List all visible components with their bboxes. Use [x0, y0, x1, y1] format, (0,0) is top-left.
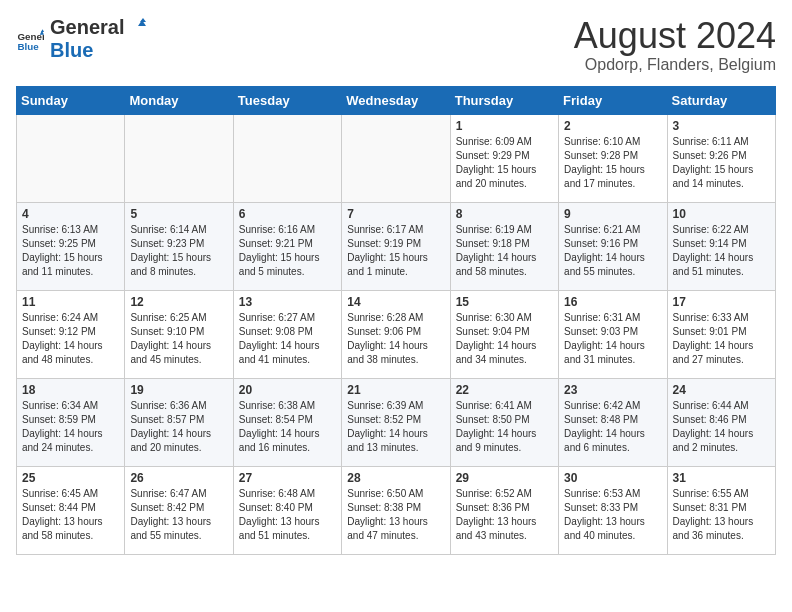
cell-content: Sunrise: 6:14 AM Sunset: 9:23 PM Dayligh…: [130, 223, 227, 279]
day-number: 28: [347, 471, 444, 485]
day-number: 1: [456, 119, 553, 133]
month-year-title: August 2024: [574, 16, 776, 56]
day-number: 22: [456, 383, 553, 397]
calendar-cell: 30Sunrise: 6:53 AM Sunset: 8:33 PM Dayli…: [559, 466, 667, 554]
cell-content: Sunrise: 6:33 AM Sunset: 9:01 PM Dayligh…: [673, 311, 770, 367]
day-number: 18: [22, 383, 119, 397]
cell-content: Sunrise: 6:13 AM Sunset: 9:25 PM Dayligh…: [22, 223, 119, 279]
location-subtitle: Opdorp, Flanders, Belgium: [574, 56, 776, 74]
day-number: 3: [673, 119, 770, 133]
day-number: 31: [673, 471, 770, 485]
day-number: 17: [673, 295, 770, 309]
cell-content: Sunrise: 6:34 AM Sunset: 8:59 PM Dayligh…: [22, 399, 119, 455]
calendar-cell: 19Sunrise: 6:36 AM Sunset: 8:57 PM Dayli…: [125, 378, 233, 466]
calendar-cell: 2Sunrise: 6:10 AM Sunset: 9:28 PM Daylig…: [559, 114, 667, 202]
cell-content: Sunrise: 6:48 AM Sunset: 8:40 PM Dayligh…: [239, 487, 336, 543]
cell-content: Sunrise: 6:09 AM Sunset: 9:29 PM Dayligh…: [456, 135, 553, 191]
title-block: August 2024 Opdorp, Flanders, Belgium: [574, 16, 776, 74]
calendar-cell: 26Sunrise: 6:47 AM Sunset: 8:42 PM Dayli…: [125, 466, 233, 554]
cell-content: Sunrise: 6:47 AM Sunset: 8:42 PM Dayligh…: [130, 487, 227, 543]
cell-content: Sunrise: 6:17 AM Sunset: 9:19 PM Dayligh…: [347, 223, 444, 279]
calendar-cell: 13Sunrise: 6:27 AM Sunset: 9:08 PM Dayli…: [233, 290, 341, 378]
page-header: General Blue General Blue August 2024 Op…: [16, 16, 776, 74]
header-day-monday: Monday: [125, 86, 233, 114]
logo: General Blue General Blue: [16, 16, 146, 62]
logo-bird-icon: [126, 18, 146, 38]
cell-content: Sunrise: 6:53 AM Sunset: 8:33 PM Dayligh…: [564, 487, 661, 543]
header-day-friday: Friday: [559, 86, 667, 114]
cell-content: Sunrise: 6:27 AM Sunset: 9:08 PM Dayligh…: [239, 311, 336, 367]
cell-content: Sunrise: 6:39 AM Sunset: 8:52 PM Dayligh…: [347, 399, 444, 455]
day-number: 13: [239, 295, 336, 309]
week-row-5: 25Sunrise: 6:45 AM Sunset: 8:44 PM Dayli…: [17, 466, 776, 554]
calendar-cell: 4Sunrise: 6:13 AM Sunset: 9:25 PM Daylig…: [17, 202, 125, 290]
day-number: 14: [347, 295, 444, 309]
calendar-cell: 10Sunrise: 6:22 AM Sunset: 9:14 PM Dayli…: [667, 202, 775, 290]
logo-icon: General Blue: [16, 25, 44, 53]
day-number: 7: [347, 207, 444, 221]
day-number: 2: [564, 119, 661, 133]
calendar-cell: 11Sunrise: 6:24 AM Sunset: 9:12 PM Dayli…: [17, 290, 125, 378]
header-day-wednesday: Wednesday: [342, 86, 450, 114]
calendar-cell: 27Sunrise: 6:48 AM Sunset: 8:40 PM Dayli…: [233, 466, 341, 554]
day-number: 30: [564, 471, 661, 485]
calendar-cell: 22Sunrise: 6:41 AM Sunset: 8:50 PM Dayli…: [450, 378, 558, 466]
calendar-cell: 14Sunrise: 6:28 AM Sunset: 9:06 PM Dayli…: [342, 290, 450, 378]
day-number: 27: [239, 471, 336, 485]
week-row-4: 18Sunrise: 6:34 AM Sunset: 8:59 PM Dayli…: [17, 378, 776, 466]
header-day-tuesday: Tuesday: [233, 86, 341, 114]
day-number: 16: [564, 295, 661, 309]
cell-content: Sunrise: 6:22 AM Sunset: 9:14 PM Dayligh…: [673, 223, 770, 279]
calendar-cell: 24Sunrise: 6:44 AM Sunset: 8:46 PM Dayli…: [667, 378, 775, 466]
cell-content: Sunrise: 6:50 AM Sunset: 8:38 PM Dayligh…: [347, 487, 444, 543]
day-number: 15: [456, 295, 553, 309]
svg-marker-4: [140, 18, 146, 22]
week-row-2: 4Sunrise: 6:13 AM Sunset: 9:25 PM Daylig…: [17, 202, 776, 290]
calendar-cell: 1Sunrise: 6:09 AM Sunset: 9:29 PM Daylig…: [450, 114, 558, 202]
cell-content: Sunrise: 6:30 AM Sunset: 9:04 PM Dayligh…: [456, 311, 553, 367]
logo-general: General: [50, 16, 124, 39]
svg-text:Blue: Blue: [17, 41, 39, 52]
day-number: 21: [347, 383, 444, 397]
day-number: 19: [130, 383, 227, 397]
calendar-cell: 16Sunrise: 6:31 AM Sunset: 9:03 PM Dayli…: [559, 290, 667, 378]
day-number: 9: [564, 207, 661, 221]
calendar-cell: 9Sunrise: 6:21 AM Sunset: 9:16 PM Daylig…: [559, 202, 667, 290]
cell-content: Sunrise: 6:31 AM Sunset: 9:03 PM Dayligh…: [564, 311, 661, 367]
cell-content: Sunrise: 6:36 AM Sunset: 8:57 PM Dayligh…: [130, 399, 227, 455]
calendar-cell: 3Sunrise: 6:11 AM Sunset: 9:26 PM Daylig…: [667, 114, 775, 202]
day-number: 8: [456, 207, 553, 221]
cell-content: Sunrise: 6:16 AM Sunset: 9:21 PM Dayligh…: [239, 223, 336, 279]
calendar-cell: 6Sunrise: 6:16 AM Sunset: 9:21 PM Daylig…: [233, 202, 341, 290]
calendar-cell: 25Sunrise: 6:45 AM Sunset: 8:44 PM Dayli…: [17, 466, 125, 554]
day-number: 4: [22, 207, 119, 221]
day-number: 25: [22, 471, 119, 485]
cell-content: Sunrise: 6:11 AM Sunset: 9:26 PM Dayligh…: [673, 135, 770, 191]
calendar-cell: 17Sunrise: 6:33 AM Sunset: 9:01 PM Dayli…: [667, 290, 775, 378]
cell-content: Sunrise: 6:38 AM Sunset: 8:54 PM Dayligh…: [239, 399, 336, 455]
calendar-cell: 12Sunrise: 6:25 AM Sunset: 9:10 PM Dayli…: [125, 290, 233, 378]
header-day-sunday: Sunday: [17, 86, 125, 114]
calendar-cell: [233, 114, 341, 202]
week-row-1: 1Sunrise: 6:09 AM Sunset: 9:29 PM Daylig…: [17, 114, 776, 202]
calendar-cell: 7Sunrise: 6:17 AM Sunset: 9:19 PM Daylig…: [342, 202, 450, 290]
day-number: 20: [239, 383, 336, 397]
calendar-header-row: SundayMondayTuesdayWednesdayThursdayFrid…: [17, 86, 776, 114]
cell-content: Sunrise: 6:45 AM Sunset: 8:44 PM Dayligh…: [22, 487, 119, 543]
day-number: 29: [456, 471, 553, 485]
calendar-cell: [17, 114, 125, 202]
cell-content: Sunrise: 6:25 AM Sunset: 9:10 PM Dayligh…: [130, 311, 227, 367]
day-number: 5: [130, 207, 227, 221]
cell-content: Sunrise: 6:42 AM Sunset: 8:48 PM Dayligh…: [564, 399, 661, 455]
calendar-cell: [125, 114, 233, 202]
day-number: 24: [673, 383, 770, 397]
calendar-cell: 29Sunrise: 6:52 AM Sunset: 8:36 PM Dayli…: [450, 466, 558, 554]
calendar-cell: 18Sunrise: 6:34 AM Sunset: 8:59 PM Dayli…: [17, 378, 125, 466]
calendar-cell: [342, 114, 450, 202]
cell-content: Sunrise: 6:44 AM Sunset: 8:46 PM Dayligh…: [673, 399, 770, 455]
calendar-cell: 31Sunrise: 6:55 AM Sunset: 8:31 PM Dayli…: [667, 466, 775, 554]
calendar-table: SundayMondayTuesdayWednesdayThursdayFrid…: [16, 86, 776, 555]
calendar-cell: 21Sunrise: 6:39 AM Sunset: 8:52 PM Dayli…: [342, 378, 450, 466]
cell-content: Sunrise: 6:52 AM Sunset: 8:36 PM Dayligh…: [456, 487, 553, 543]
day-number: 11: [22, 295, 119, 309]
